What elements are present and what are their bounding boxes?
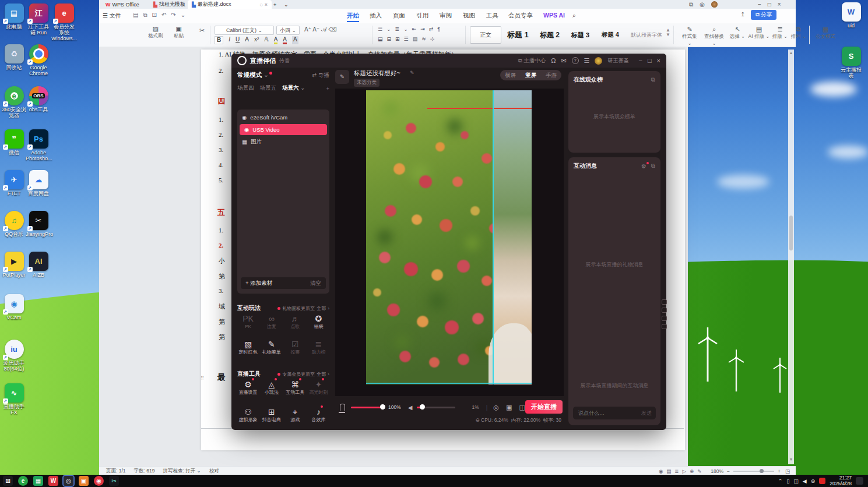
style-default-font[interactable]: 默认段落字体: [631, 31, 662, 39]
start-streaming-button[interactable]: 开始直播: [525, 400, 563, 414]
font-size-select[interactable]: 小四 ⌄: [276, 26, 300, 35]
timed-red-packet-button[interactable]: ▧定时红包: [237, 339, 259, 355]
category-tag[interactable]: 未选分类: [354, 79, 379, 87]
interactive-tools-button[interactable]: ⌘互动工具: [284, 379, 306, 396]
desktop-icon-jianying-pro[interactable]: ✂↗ JianyingPro: [26, 211, 51, 237]
style-gallery-scroll[interactable]: ▲▼: [666, 28, 670, 37]
speaker-icon[interactable]: ◀: [408, 404, 413, 411]
mini-games-button[interactable]: ◬小玩法: [261, 379, 282, 396]
desktop-icon-qq-music[interactable]: ♫↗ QQ音乐: [1, 211, 27, 237]
desktop-icon-360-browser[interactable]: e↗ 360安全浏览器: [1, 86, 27, 118]
capture-icon[interactable]: ▣: [506, 404, 512, 411]
mic-volume-slider[interactable]: [351, 407, 384, 408]
source-image[interactable]: ▦图片: [237, 136, 329, 147]
find-replace-button[interactable]: ⌕查找替换 ⌄: [702, 26, 726, 46]
style-set-button[interactable]: ✎样式集 ⌄: [680, 26, 700, 46]
dock-slot[interactable]: [662, 308, 667, 313]
menu-tab-reference[interactable]: 引用: [416, 12, 428, 20]
menu-tab-page[interactable]: 页面: [393, 12, 405, 20]
orientation-portrait[interactable]: 竖屏: [521, 72, 541, 79]
scene-tab-5[interactable]: 场景五: [260, 84, 277, 92]
gift-menu-button[interactable]: ✎礼物菜单: [261, 339, 282, 355]
avatar[interactable]: [595, 57, 602, 65]
taskbar-app-orange-icon[interactable]: ▣: [79, 476, 89, 486]
maximize-icon[interactable]: □: [768, 1, 771, 8]
zoom-out-button[interactable]: −: [727, 468, 730, 474]
menu-tab-review[interactable]: 审阅: [440, 12, 452, 20]
desktop-icon-potplayer[interactable]: ▶↗ PotPlayer: [1, 252, 27, 278]
select-button[interactable]: ↖选择 ⌄: [729, 26, 746, 40]
orientation-landscape[interactable]: 横屏: [500, 72, 521, 79]
style-heading4[interactable]: 标题 4: [602, 31, 619, 39]
scroll-up-icon[interactable]: ▲: [788, 51, 794, 55]
skin-icon[interactable]: ◎: [700, 1, 705, 8]
source-ivcam[interactable]: ◉e2eSoft iVCam: [237, 112, 329, 123]
style-heading1[interactable]: 标题 1: [507, 30, 529, 40]
arrange-button[interactable]: ⧉排列 ⌄: [789, 26, 808, 40]
align-buttons[interactable]: ⬓⊟⊞☰▤≋⊹: [378, 36, 438, 42]
style-normal[interactable]: 正文: [470, 26, 501, 44]
char-shading-button[interactable]: A: [292, 36, 298, 44]
tab-current-doc[interactable]: ▙ 最新搭建.docx ◌ ×: [188, 0, 272, 9]
bold-button[interactable]: B: [215, 36, 223, 44]
comment-icon[interactable]: ◌: [259, 2, 262, 8]
dock-slot[interactable]: [662, 299, 667, 305]
strikethrough-button[interactable]: A: [245, 36, 249, 44]
close-icon[interactable]: ×: [778, 1, 781, 8]
scene-tab-6[interactable]: 场景六 ⌄: [282, 84, 305, 92]
virtual-avatar-button[interactable]: ⚇虚拟形象: [237, 407, 259, 423]
lucky-bag-button[interactable]: ✪福袋: [308, 313, 329, 330]
taskbar-app-green-icon[interactable]: ▦: [33, 476, 43, 486]
touch-keyboard-icon[interactable]: [856, 477, 863, 485]
microphone-icon[interactable]: [340, 404, 345, 411]
clear-button[interactable]: 清空: [310, 280, 321, 287]
tray-ime-icon[interactable]: ⊜: [811, 478, 816, 484]
share-button[interactable]: ⧉ 分享: [751, 10, 776, 20]
tab-template-doc[interactable]: ▙ 找租壳模板: [149, 0, 189, 9]
orientation-mobile-game[interactable]: 手游: [541, 72, 561, 79]
dock-slot[interactable]: [662, 324, 667, 329]
search-icon[interactable]: ⌕: [572, 12, 576, 19]
taskbar-live-companion-icon[interactable]: ◎: [64, 476, 73, 486]
selection-edge-bottom[interactable]: [366, 383, 532, 384]
sound-library-button[interactable]: ♪音效库: [308, 407, 329, 423]
help-icon[interactable]: ?: [572, 57, 579, 64]
live-settings-button[interactable]: ⚙直播设置: [237, 379, 259, 396]
add-scene-button[interactable]: +: [326, 85, 329, 91]
font-color-button[interactable]: A: [283, 36, 287, 44]
desktop-icon-wechat[interactable]: ❞↗ 微信: [1, 129, 27, 156]
douyin-ecommerce-button[interactable]: ⊞抖音电商: [261, 407, 282, 423]
superscript-button[interactable]: x²: [254, 36, 259, 44]
desktop-icon-aisi-assistant[interactable]: iu↗ 爱思助手 80(64位): [1, 340, 27, 372]
menu-tab-member[interactable]: 会员专享: [508, 12, 533, 20]
edit-cover-button[interactable]: ✎: [335, 70, 349, 84]
link-mic-button[interactable]: ∞连麦: [261, 313, 282, 330]
interact-badge[interactable]: 礼物面板更新至 全部 ›: [277, 305, 329, 312]
selection-edge-vertical[interactable]: [493, 90, 494, 384]
desktop-icon-ftet[interactable]: ✈↗ FTET: [1, 170, 27, 196]
speaker-volume-slider[interactable]: [417, 407, 455, 408]
start-button[interactable]: ⊞: [3, 476, 13, 486]
highlight-button[interactable]: A: [274, 36, 278, 44]
send-button[interactable]: 发送: [641, 410, 652, 417]
official-doc-mode-button[interactable]: ▦公文模式: [814, 26, 837, 40]
mode-selector[interactable]: 常规模式 ⌄: [237, 71, 269, 79]
source-usb-video[interactable]: ◉USB Video: [240, 124, 327, 135]
desktop-icon-this-pc[interactable]: ▤↗ 此电脑: [1, 3, 27, 30]
anchor-center-link[interactable]: ⧉ 主播中心: [518, 57, 546, 65]
desktop-icon-jiangxia-toolbox[interactable]: 江↗ 江下工具箱 Run: [26, 3, 51, 36]
file-menu[interactable]: ☰ 文件: [103, 12, 121, 20]
style-heading2[interactable]: 标题 2: [540, 30, 560, 40]
desktop-icon-aizb[interactable]: AI↗ AIZB: [26, 252, 51, 278]
text-effects-button[interactable]: 𝔸: [264, 36, 268, 44]
tray-badge-icon[interactable]: [819, 478, 825, 484]
view-mode-buttons[interactable]: ◉▤≣▷⊕✎: [659, 468, 705, 474]
vote-button[interactable]: ☑投票: [284, 339, 306, 355]
director-button[interactable]: ⇄ 导播: [312, 72, 329, 79]
close-tab-icon[interactable]: ×: [265, 2, 268, 8]
ai-typeset-button[interactable]: ▤AI 排版 ⌄: [747, 26, 771, 40]
word-count[interactable]: 字数: 619: [134, 468, 155, 475]
minimize-icon[interactable]: −: [638, 57, 642, 64]
audio-icon[interactable]: Ω: [551, 57, 556, 64]
font-select[interactable]: Calibri (正文) ⌄: [215, 26, 274, 35]
